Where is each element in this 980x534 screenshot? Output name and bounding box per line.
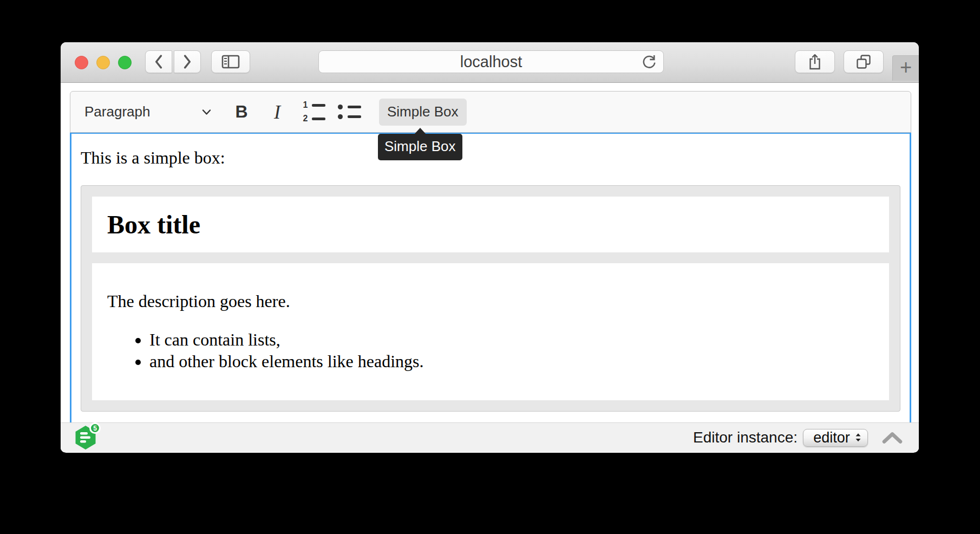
bulleted-list-button[interactable]: [334, 99, 364, 125]
sidebar-icon: [221, 55, 240, 69]
description-paragraph[interactable]: The description goes here.: [107, 291, 874, 312]
ckeditor: Paragraph B I 1 2: [70, 91, 911, 437]
italic-button[interactable]: I: [262, 99, 292, 125]
tooltip-label: Simple Box: [384, 138, 456, 155]
list-item[interactable]: and other block elements like headings.: [149, 351, 874, 372]
simple-box-tooltip: Simple Box: [378, 134, 462, 160]
chevron-up-icon: [882, 432, 903, 444]
simple-box-description[interactable]: The description goes here. It can contai…: [92, 263, 889, 400]
paragraph-style-dropdown[interactable]: Paragraph: [77, 99, 219, 126]
chevron-right-icon: [182, 55, 192, 69]
paragraph-style-label: Paragraph: [84, 103, 150, 120]
share-icon: [808, 53, 822, 70]
editor-toolbar: Paragraph B I 1 2: [70, 91, 911, 133]
editor-instance-select[interactable]: editor: [803, 429, 868, 447]
box-title-heading[interactable]: Box title: [107, 210, 874, 239]
address-bar[interactable]: localhost: [318, 50, 664, 73]
back-button[interactable]: [145, 50, 172, 73]
chevron-down-icon: [202, 109, 211, 115]
bold-button[interactable]: B: [226, 99, 257, 125]
tabs-icon: [855, 54, 872, 70]
simple-box-button[interactable]: Simple Box: [379, 99, 467, 126]
chevron-left-icon: [154, 55, 164, 69]
reload-button[interactable]: [641, 54, 658, 71]
inspector-collapse-button[interactable]: [882, 432, 903, 444]
tabs-overview-button[interactable]: [844, 50, 884, 73]
list-item[interactable]: It can contain lists,: [149, 329, 874, 350]
tooltip-arrow: [414, 128, 426, 134]
new-tab-button[interactable]: +: [892, 55, 919, 81]
ckeditor-logo[interactable]: 5: [75, 425, 96, 450]
simple-box-button-label: Simple Box: [387, 103, 459, 120]
sidebar-toggle-button[interactable]: [211, 50, 250, 73]
intro-paragraph[interactable]: This is a simple box:: [81, 148, 900, 168]
description-list[interactable]: It can contain lists, and other block el…: [107, 329, 874, 372]
browser-titlebar: localhost +: [61, 42, 919, 83]
simple-box-title[interactable]: Box title: [92, 197, 889, 252]
browser-window: localhost +: [61, 42, 919, 453]
address-text: localhost: [460, 53, 522, 71]
inspector-bar: 5 Editor instance: editor: [61, 422, 919, 452]
traffic-lights: [75, 56, 132, 69]
zoom-button[interactable]: [118, 56, 132, 69]
forward-button[interactable]: [174, 50, 201, 73]
close-button[interactable]: [75, 56, 88, 69]
version-badge: 5: [89, 422, 101, 434]
italic-icon: I: [274, 101, 280, 123]
bold-icon: B: [235, 102, 247, 122]
numbered-list-button[interactable]: 1 2: [298, 99, 328, 125]
webpage: Paragraph B I 1 2: [61, 83, 919, 452]
plus-icon: +: [900, 57, 912, 77]
minimize-button[interactable]: [96, 56, 110, 69]
numbered-list-icon: 1 2: [301, 101, 325, 123]
share-button[interactable]: [795, 50, 835, 73]
select-arrows-icon: [852, 432, 864, 444]
editor-instance-value: editor: [811, 429, 852, 446]
bulleted-list-icon: [337, 105, 361, 119]
editor-editable-area[interactable]: This is a simple box: Box title The desc…: [70, 132, 911, 437]
reload-icon: [641, 54, 657, 70]
editor-instance-label: Editor instance:: [693, 429, 798, 446]
simple-box-widget[interactable]: Box title The description goes here. It …: [81, 185, 900, 412]
